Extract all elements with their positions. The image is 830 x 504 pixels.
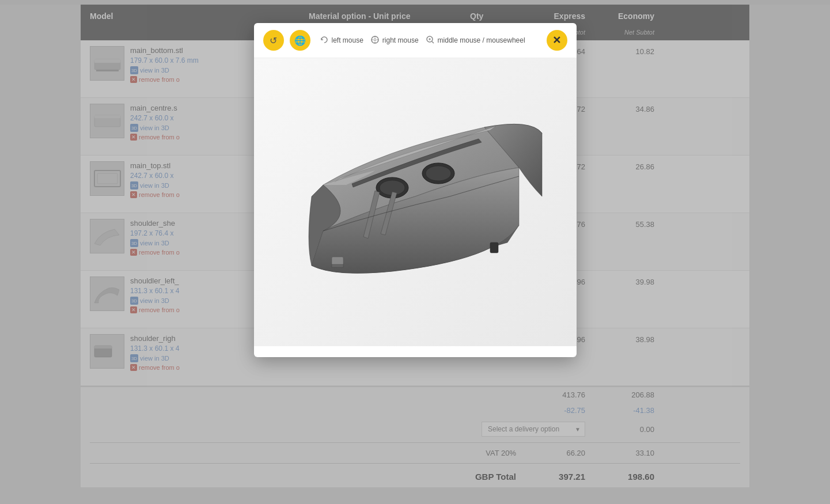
rotate-label: left mouse — [332, 36, 363, 44]
zoom-icon — [426, 35, 435, 46]
pan-icon — [370, 35, 380, 46]
svg-rect-16 — [490, 242, 498, 253]
refresh-icon: ↺ — [270, 35, 277, 46]
globe-icon: 🌐 — [294, 35, 306, 46]
viewer-modal: ↺ 🌐 left mouse — [254, 23, 577, 357]
pan-control: right mouse — [370, 35, 419, 46]
rotate-control: left mouse — [320, 35, 363, 46]
modal-toolbar: ↺ 🌐 left mouse — [254, 23, 577, 58]
globe-button[interactable]: 🌐 — [290, 30, 310, 51]
zoom-control: middle mouse / mousewheel — [426, 35, 525, 46]
close-button[interactable]: ✕ — [547, 30, 567, 51]
svg-point-13 — [426, 166, 451, 181]
close-icon: ✕ — [552, 34, 561, 47]
3d-viewport[interactable] — [254, 58, 577, 346]
mouse-controls: left mouse right mouse — [320, 35, 541, 46]
refresh-button[interactable]: ↺ — [263, 30, 284, 51]
zoom-label: middle mouse / mousewheel — [438, 36, 525, 44]
svg-point-1 — [374, 39, 376, 41]
rotate-icon — [320, 35, 329, 46]
modal-overlay: ↺ 🌐 left mouse — [0, 0, 830, 504]
svg-rect-15 — [332, 264, 343, 267]
svg-line-7 — [432, 41, 434, 43]
3d-part-svg — [277, 81, 554, 323]
pan-label: right mouse — [382, 36, 419, 44]
